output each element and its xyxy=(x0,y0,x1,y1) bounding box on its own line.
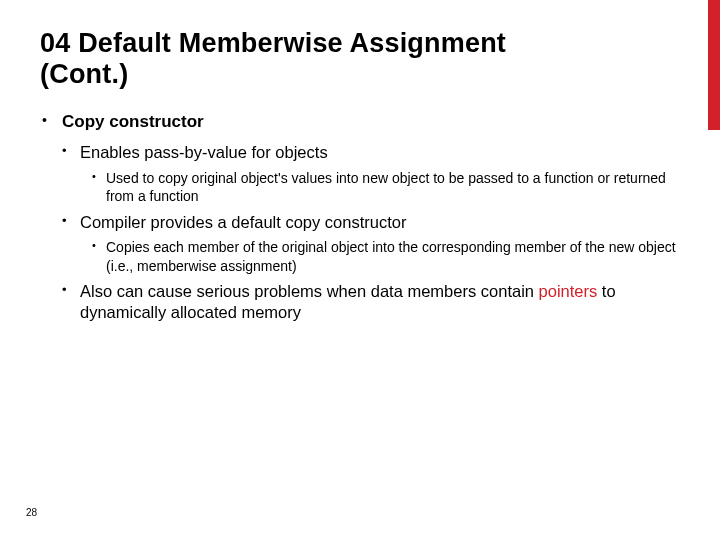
list-item: Copies each member of the original objec… xyxy=(80,238,680,275)
list-item: Used to copy original object's values in… xyxy=(80,169,680,206)
list-item: Enables pass-by-value for objects Used t… xyxy=(62,142,680,206)
text-pointers-red: pointers xyxy=(539,282,598,300)
bullet-list-level-1: Copy constructor Enables pass-by-value f… xyxy=(40,112,680,323)
text-segment: Also can cause serious problems when dat… xyxy=(80,282,539,300)
title-line-1: 04 Default Memberwise Assignment xyxy=(40,28,506,58)
bullet-list-level-2: Enables pass-by-value for objects Used t… xyxy=(62,142,680,323)
bullet-pass-by-value: Enables pass-by-value for objects xyxy=(80,143,328,161)
list-item: Compiler provides a default copy constru… xyxy=(62,212,680,276)
bullet-list-level-3: Copies each member of the original objec… xyxy=(80,238,680,275)
list-item: Also can cause serious problems when dat… xyxy=(62,281,680,322)
bullet-copy-constructor: Copy constructor xyxy=(62,112,204,131)
bullet-copy-values: Used to copy original object's values in… xyxy=(106,170,666,205)
slide-content: 04 Default Memberwise Assignment (Cont.)… xyxy=(0,0,720,323)
bullet-default-copy: Compiler provides a default copy constru… xyxy=(80,213,407,231)
bullet-pointers-warning: Also can cause serious problems when dat… xyxy=(80,282,616,321)
bullet-list-level-3: Used to copy original object's values in… xyxy=(80,169,680,206)
accent-bar xyxy=(708,0,720,130)
page-number: 28 xyxy=(26,507,37,518)
title-line-2: (Cont.) xyxy=(40,59,128,89)
slide-title: 04 Default Memberwise Assignment (Cont.) xyxy=(40,28,680,90)
bullet-memberwise: Copies each member of the original objec… xyxy=(106,239,676,274)
list-item: Copy constructor Enables pass-by-value f… xyxy=(40,112,680,323)
